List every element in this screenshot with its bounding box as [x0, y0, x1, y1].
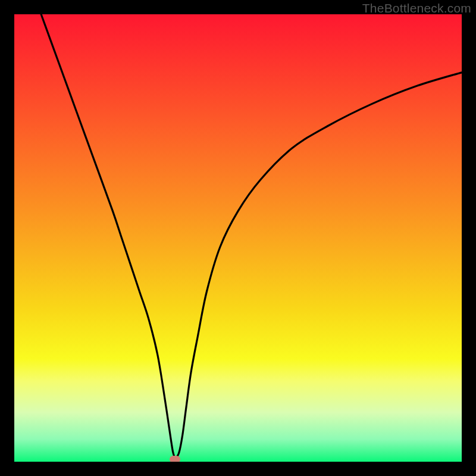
chart-frame: TheBottleneck.com	[0, 0, 476, 476]
bottleneck-point-marker	[170, 456, 180, 462]
plot-area	[14, 14, 462, 462]
watermark-text: TheBottleneck.com	[362, 1, 471, 15]
bottleneck-curve	[14, 14, 462, 462]
